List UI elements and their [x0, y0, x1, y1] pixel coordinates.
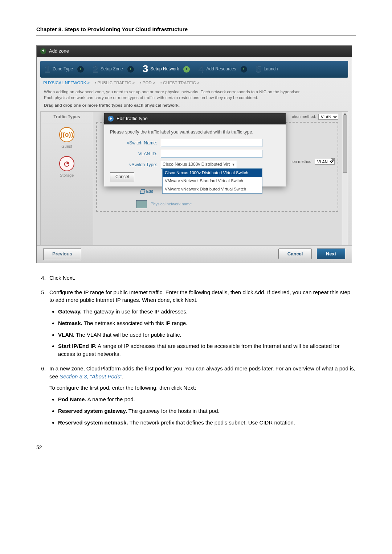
- paragraph: To configure the first pod, enter the fo…: [49, 384, 356, 392]
- modal-cancel-button[interactable]: Cancel: [110, 172, 134, 181]
- vertical-scrollbar[interactable]: ▲: [342, 112, 348, 249]
- page-number: 52: [36, 444, 42, 450]
- step-label: Launch: [264, 66, 278, 72]
- modal-header: + Edit traffic type: [104, 113, 286, 124]
- list-item: Reserved system gateway. The gateway for…: [58, 407, 356, 415]
- traffic-type-guest[interactable]: ((o)) Guest: [42, 127, 91, 149]
- list-item: Click Next.: [47, 274, 356, 282]
- physical-network-workarea: ▲ Traffic Types ((o)) Guest ◔ Storage at…: [40, 111, 348, 249]
- plus-icon: +: [108, 116, 114, 122]
- intro-text: When adding an advanced zone, you need t…: [44, 89, 344, 108]
- intro-instruction: Drag and drop one or more traffic types …: [44, 103, 344, 108]
- step-label: Add Resources: [207, 66, 236, 72]
- list-item: In a new zone, CloudPlatform adds the fi…: [47, 365, 356, 427]
- network-thumbnail-icon: [136, 200, 147, 208]
- list-item: VLAN. The VLAN that will be used for pub…: [58, 331, 356, 339]
- pencil-icon: [140, 189, 145, 194]
- step-launch[interactable]: 5 Launch: [252, 61, 282, 78]
- vswitch-type-select[interactable]: Cisco Nexus 1000v Distributed Virt ▼: [161, 161, 237, 169]
- cancel-button[interactable]: Cancel: [278, 249, 312, 259]
- list-item: Netmask. The netmask associated with thi…: [58, 319, 356, 327]
- edit-traffic-link[interactable]: Edit: [140, 189, 154, 194]
- plus-icon: +: [40, 48, 46, 54]
- guest-traffic-icon: ((o)): [59, 127, 74, 142]
- isolation-method-label: ion method:: [292, 159, 313, 165]
- physical-network-name-label: Physical network name: [151, 201, 192, 207]
- next-button[interactable]: Next: [317, 249, 345, 259]
- step-number: 1: [45, 62, 50, 77]
- step-setup-zone[interactable]: 2 Setup Zone ›: [88, 61, 138, 78]
- list-item: Pod Name. A name for the pod.: [58, 395, 356, 403]
- step-number: 4: [199, 62, 204, 77]
- vswitch-name-label: vSwitch Name:: [110, 140, 157, 146]
- dialog-title: Add zone: [49, 48, 69, 55]
- vswitch-type-dropdown[interactable]: Cisco Nexus 1000v Distributed Virtual Sw…: [162, 168, 262, 194]
- list-item: Gateway. The gateway in use for these IP…: [58, 308, 356, 316]
- step-number: 3: [143, 62, 148, 77]
- list-item: Configure the IP range for public Intern…: [47, 288, 356, 358]
- wizard-steps: 1 Zone Type › 2 Setup Zone › 3 Setup Net…: [40, 61, 348, 78]
- dialog-titlebar: + Add zone: [37, 46, 352, 57]
- chevron-down-icon: ▼: [232, 162, 235, 168]
- traffic-types-panel: Traffic Types ((o)) Guest ◔ Storage: [41, 112, 93, 249]
- chevron-right-icon: ›: [183, 66, 190, 73]
- vswitch-type-label: vSwitch Type:: [110, 161, 157, 168]
- page-header: Chapter 8. Steps to Provisioning Your Cl…: [36, 25, 356, 36]
- traffic-type-storage[interactable]: ◔ Storage: [42, 156, 91, 178]
- isolation-method-select[interactable]: VLAN: [318, 114, 338, 120]
- dropdown-option[interactable]: VMware vNetwork Standard Virtual Switch: [163, 177, 262, 185]
- instruction-list: Click Next. Configure the IP range for p…: [36, 274, 356, 427]
- chevron-right-icon: ›: [127, 66, 134, 73]
- traffic-type-label: Guest: [42, 144, 91, 149]
- about-pods-link[interactable]: Section 3.3, "About Pods": [60, 373, 122, 379]
- subnav-pod[interactable]: POD >: [140, 80, 155, 86]
- list-item: Start IP/End IP. A range of IP addresses…: [58, 342, 356, 358]
- subnav-guest-traffic[interactable]: GUEST TRAFFIC >: [160, 80, 200, 86]
- step-number: 2: [93, 62, 98, 77]
- wizard-footer: Previous Cancel Next: [37, 245, 352, 263]
- dropdown-option[interactable]: VMware vNetwork Distributed Virtual Swit…: [163, 185, 262, 193]
- vlan-id-label: VLAN ID:: [110, 151, 157, 157]
- subnav-physical-network[interactable]: PHYSICAL NETWORK >: [43, 80, 90, 86]
- edit-traffic-type-modal: + Edit traffic type Please specify the t…: [104, 113, 286, 186]
- subnav-public-traffic[interactable]: PUBLIC TRAFFIC >: [95, 80, 135, 86]
- scrollbar-thumb[interactable]: [343, 115, 347, 173]
- inner-list: Pod Name. A name for the pod. Reserved s…: [49, 395, 356, 426]
- list-item: Reserved system netmask. The network pre…: [58, 419, 356, 427]
- vlan-id-input[interactable]: [161, 150, 262, 158]
- intro-line: Each physical network can carry one or m…: [44, 95, 344, 101]
- add-zone-screenshot: + Add zone 1 Zone Type › 2 Setup Zone › …: [36, 45, 352, 263]
- traffic-type-label: Storage: [42, 173, 91, 178]
- isolation-method-label: ation method:: [292, 114, 316, 120]
- modal-lead-text: Please specify the traffic label you wan…: [110, 129, 280, 135]
- chevron-right-icon: ›: [241, 66, 247, 73]
- close-icon[interactable]: ✖: [331, 156, 335, 164]
- traffic-types-header: Traffic Types: [42, 114, 91, 123]
- sub-nav: PHYSICAL NETWORK > PUBLIC TRAFFIC > POD …: [40, 80, 348, 86]
- step-setup-network[interactable]: 3 Setup Network ›: [138, 61, 194, 78]
- step-label: Zone Type: [53, 66, 73, 72]
- select-value: Cisco Nexus 1000v Distributed Virt: [163, 161, 230, 168]
- step-add-resources[interactable]: 4 Add Resources ›: [194, 61, 252, 78]
- step-label: Setup Network: [150, 66, 179, 72]
- vswitch-name-input[interactable]: [161, 139, 262, 147]
- footer-rule: 52: [36, 441, 356, 451]
- modal-title: Edit traffic type: [117, 115, 148, 122]
- inner-list: Gateway. The gateway in use for these IP…: [49, 308, 356, 358]
- step-zone-type[interactable]: 1 Zone Type ›: [40, 61, 88, 78]
- step-number: 5: [256, 62, 262, 77]
- storage-traffic-icon: ◔: [59, 156, 74, 171]
- step-label: Setup Zone: [101, 66, 123, 72]
- previous-button[interactable]: Previous: [43, 248, 81, 260]
- dropdown-option[interactable]: Cisco Nexus 1000v Distributed Virtual Sw…: [163, 169, 262, 177]
- chevron-right-icon: ›: [77, 66, 84, 73]
- intro-line: When adding an advanced zone, you need t…: [44, 89, 344, 95]
